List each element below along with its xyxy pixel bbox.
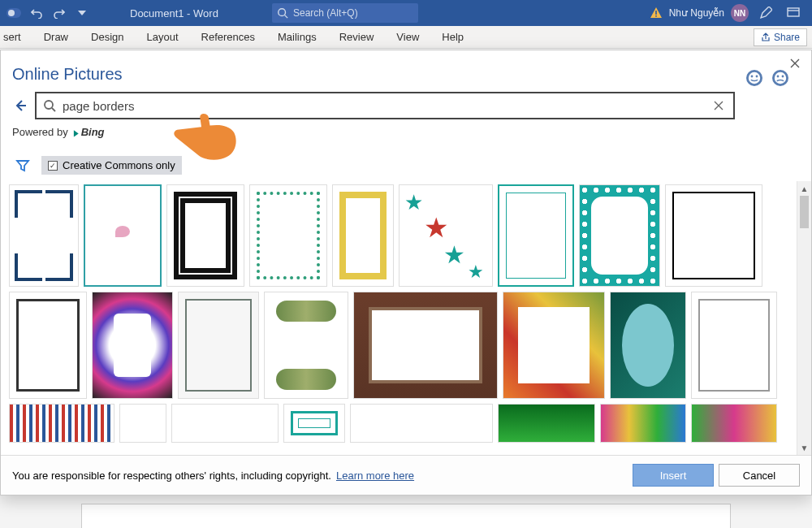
close-icon bbox=[790, 58, 800, 68]
qat-dropdown[interactable] bbox=[73, 4, 91, 22]
undo-button[interactable] bbox=[28, 4, 45, 22]
result-thumbnail[interactable] bbox=[9, 184, 79, 287]
redo-button[interactable] bbox=[50, 4, 68, 22]
results-grid: ★ ★ ★ ★ bbox=[1, 181, 811, 455]
svg-point-2 bbox=[279, 9, 286, 16]
learn-more-link[interactable]: Learn more here bbox=[336, 470, 414, 482]
search-icon bbox=[277, 7, 288, 19]
search-field[interactable] bbox=[35, 92, 735, 119]
svg-point-8 bbox=[756, 76, 757, 76]
result-thumbnail[interactable] bbox=[665, 184, 762, 287]
svg-point-7 bbox=[751, 76, 752, 76]
feedback-sad-icon[interactable] bbox=[772, 70, 788, 86]
svg-point-12 bbox=[45, 101, 53, 109]
share-label: Share bbox=[774, 32, 800, 43]
tab-references[interactable]: References bbox=[190, 26, 266, 48]
clear-search-button[interactable] bbox=[710, 97, 727, 115]
tab-view[interactable]: View bbox=[385, 26, 430, 48]
result-thumbnail[interactable] bbox=[249, 184, 327, 287]
result-thumbnail[interactable] bbox=[610, 292, 686, 399]
svg-point-9 bbox=[774, 71, 787, 84]
close-button[interactable] bbox=[787, 55, 803, 71]
tab-layout[interactable]: Layout bbox=[135, 26, 189, 48]
feedback-faces bbox=[746, 70, 788, 86]
result-thumbnail[interactable] bbox=[171, 404, 279, 443]
scroll-thumb[interactable] bbox=[800, 196, 809, 228]
document-page bbox=[81, 504, 731, 528]
result-thumbnail[interactable] bbox=[84, 184, 162, 287]
back-button[interactable] bbox=[12, 97, 28, 114]
panel-title: Online Pictures bbox=[12, 65, 800, 84]
bing-logo: Bing bbox=[73, 126, 105, 138]
tell-me-search[interactable]: Search (Alt+Q) bbox=[272, 3, 418, 23]
result-thumbnail[interactable] bbox=[178, 292, 259, 399]
result-thumbnail[interactable] bbox=[691, 292, 777, 399]
warning-icon bbox=[650, 6, 663, 19]
titlebar: Document1 - Word Search (Alt+Q) Như Nguy… bbox=[0, 0, 812, 26]
scrollbar[interactable]: ▲ ▼ bbox=[797, 181, 811, 455]
result-thumbnail[interactable]: ★ ★ ★ ★ bbox=[399, 184, 493, 287]
result-thumbnail[interactable] bbox=[498, 404, 595, 443]
search-icon bbox=[43, 99, 56, 112]
username[interactable]: Như Nguyễn bbox=[669, 7, 724, 19]
result-thumbnail[interactable] bbox=[119, 404, 166, 443]
svg-rect-4 bbox=[655, 15, 657, 17]
tab-help[interactable]: Help bbox=[430, 26, 475, 48]
result-thumbnail[interactable] bbox=[332, 184, 394, 287]
tab-design[interactable]: Design bbox=[80, 26, 135, 48]
filter-icon[interactable] bbox=[15, 158, 30, 173]
copyright-notice: You are responsible for respecting other… bbox=[12, 470, 331, 482]
checkbox-icon: ✓ bbox=[48, 161, 58, 171]
svg-rect-3 bbox=[655, 11, 657, 15]
result-thumbnail[interactable] bbox=[503, 292, 605, 399]
feedback-happy-icon[interactable] bbox=[746, 70, 762, 86]
share-icon bbox=[761, 32, 771, 42]
cc-label: Creative Commons only bbox=[63, 159, 175, 171]
result-thumbnail[interactable] bbox=[283, 404, 345, 443]
scroll-up-icon[interactable]: ▲ bbox=[797, 181, 811, 196]
result-thumbnail[interactable] bbox=[579, 184, 660, 287]
cancel-button[interactable]: Cancel bbox=[719, 464, 800, 487]
search-input[interactable] bbox=[56, 99, 710, 113]
search-placeholder: Search (Alt+Q) bbox=[293, 7, 358, 19]
result-thumbnail[interactable] bbox=[92, 292, 173, 399]
scroll-down-icon[interactable]: ▼ bbox=[797, 440, 811, 455]
powered-prefix: Powered by bbox=[12, 126, 68, 138]
svg-point-6 bbox=[748, 71, 761, 84]
tab-mailings[interactable]: Mailings bbox=[266, 26, 328, 48]
result-thumbnail[interactable] bbox=[353, 292, 498, 399]
creative-commons-chip[interactable]: ✓ Creative Commons only bbox=[41, 156, 182, 175]
avatar[interactable]: NN bbox=[731, 4, 749, 22]
result-thumbnail[interactable] bbox=[600, 404, 686, 443]
svg-rect-5 bbox=[788, 8, 799, 16]
autosave-toggle[interactable] bbox=[5, 4, 23, 22]
powered-by: Powered by Bing bbox=[1, 123, 811, 141]
insert-button[interactable]: Insert bbox=[633, 464, 714, 487]
ribbon-display-icon[interactable] bbox=[783, 2, 804, 24]
online-pictures-panel: Online Pictures Powered by Bing ✓ Creati… bbox=[0, 50, 812, 496]
tab-insert[interactable]: sert bbox=[0, 26, 32, 48]
result-thumbnail[interactable] bbox=[350, 404, 493, 443]
back-arrow-icon bbox=[14, 99, 27, 112]
result-thumbnail[interactable] bbox=[691, 404, 777, 443]
result-thumbnail[interactable] bbox=[9, 292, 87, 399]
result-thumbnail[interactable] bbox=[9, 404, 114, 443]
tab-review[interactable]: Review bbox=[328, 26, 386, 48]
svg-point-1 bbox=[8, 10, 15, 16]
share-button[interactable]: Share bbox=[754, 28, 807, 46]
x-icon bbox=[714, 101, 723, 110]
result-thumbnail[interactable] bbox=[166, 184, 244, 287]
ribbon-tabs: sert Draw Design Layout References Maili… bbox=[0, 26, 812, 49]
result-thumbnail[interactable] bbox=[498, 184, 574, 287]
svg-point-11 bbox=[782, 76, 783, 76]
svg-point-10 bbox=[777, 76, 778, 76]
pen-icon[interactable] bbox=[755, 2, 776, 24]
panel-footer: You are responsible for respecting other… bbox=[1, 455, 811, 495]
result-thumbnail[interactable] bbox=[264, 292, 348, 399]
document-title: Document1 - Word bbox=[130, 0, 218, 26]
tab-draw[interactable]: Draw bbox=[32, 26, 80, 48]
